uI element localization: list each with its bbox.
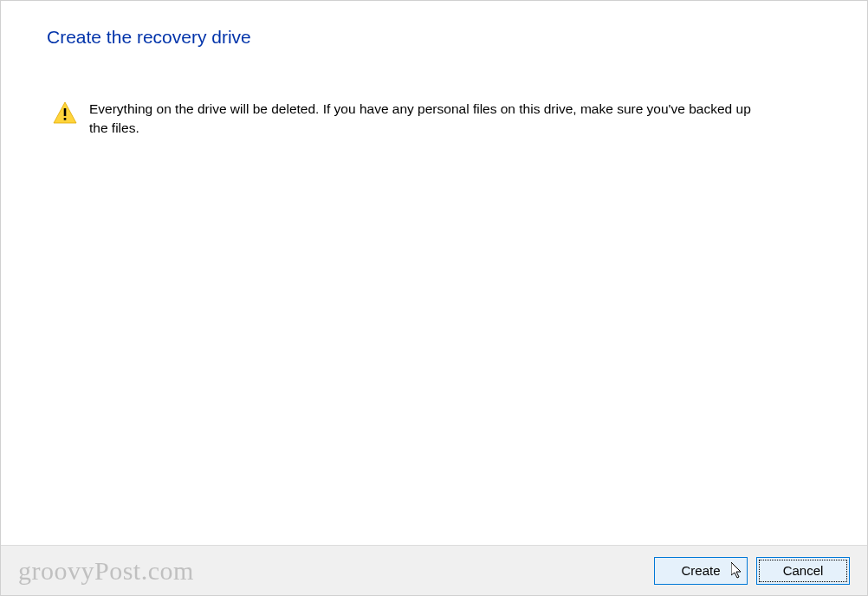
warning-icon xyxy=(53,101,77,127)
warning-message: Everything on the drive will be deleted.… xyxy=(89,100,765,139)
page-title: Create the recovery drive xyxy=(1,1,867,48)
svg-rect-2 xyxy=(64,118,67,120)
cancel-button[interactable]: Cancel xyxy=(756,557,850,585)
create-button[interactable]: Create xyxy=(654,557,748,585)
dialog-footer: groovyPost.com Create Cancel xyxy=(1,545,867,595)
content-area: Everything on the drive will be deleted.… xyxy=(1,48,867,139)
button-row: Create Cancel xyxy=(654,557,850,585)
watermark-text: groovyPost.com xyxy=(18,556,194,586)
svg-rect-1 xyxy=(64,108,67,116)
recovery-drive-dialog: Create the recovery drive Everything on … xyxy=(0,0,868,596)
